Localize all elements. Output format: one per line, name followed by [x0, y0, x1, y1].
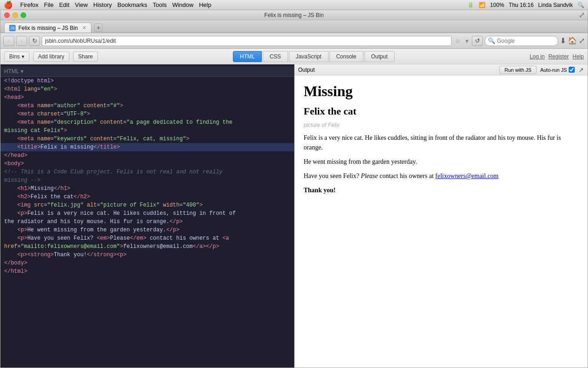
output-h2: Felix the cat	[304, 105, 578, 117]
wifi-icon: 📶	[479, 2, 486, 8]
code-editor[interactable]: HTML ▾ <!doctype html> <html lang="en"> …	[0, 64, 294, 368]
code-line: <img src="felix.jpg" alt="picture of Fel…	[0, 201, 294, 209]
output-p2: He went missing from the garden yesterda…	[304, 157, 578, 167]
fullscreen-icon[interactable]: ⤢	[579, 36, 585, 45]
jsbin-toolbar: Bins ▾ Add library Share HTML CSS JavaSc…	[0, 49, 588, 64]
expand-output-btn[interactable]: ↗	[578, 66, 584, 74]
register-btn[interactable]: Register	[548, 53, 569, 60]
editor-section-header: HTML ▾	[0, 66, 294, 77]
menu-window[interactable]: Window	[172, 1, 193, 8]
code-line: missing -->	[0, 176, 294, 184]
output-img-placeholder: picture of Felix	[304, 121, 578, 129]
help-btn[interactable]: Help	[572, 53, 584, 60]
apple-menu-icon[interactable]: 🍎	[4, 0, 13, 9]
add-library-btn[interactable]: Add library	[33, 52, 69, 62]
run-with-js-btn[interactable]: Run with JS	[499, 66, 537, 74]
tab-html[interactable]: HTML	[233, 51, 262, 62]
code-line: <meta name="keywords" content="Felix, ca…	[0, 135, 294, 143]
code-line: the radiator and his toy mouse. His fur …	[0, 218, 294, 226]
code-line: <!-- This is a Code Club project. Felix …	[0, 168, 294, 176]
zoom-level: 100%	[490, 2, 504, 8]
browser-tab-bar: JS Felix is missing – JS Bin ✕ +	[0, 20, 588, 33]
output-panel: Output Run with JS Auto-run JS ↗ Missing…	[294, 64, 588, 368]
output-h1: Missing	[304, 83, 578, 100]
output-p4: Thank you!	[304, 185, 578, 195]
bookmark-down-icon[interactable]: ▾	[464, 37, 470, 45]
output-header: Output Run with JS Auto-run JS ↗	[294, 64, 588, 75]
tab-label: Felix is missing – JS Bin	[18, 25, 78, 31]
tab-close-btn[interactable]: ✕	[82, 25, 86, 31]
code-line: <p>He went missing from the garden yeste…	[0, 226, 294, 234]
code-line: <p>Have you seen Felix? <em>Please</em> …	[0, 234, 294, 242]
spotlight-icon[interactable]: 🔍	[577, 2, 584, 8]
autorun-label[interactable]: Auto-run JS	[540, 67, 575, 73]
p3-mid-text: contact his owners at	[379, 172, 434, 179]
login-btn[interactable]: Log in	[530, 53, 545, 60]
bookmark-star-icon[interactable]: ☆	[453, 37, 462, 45]
tab-javascript[interactable]: JavaScript	[289, 51, 328, 62]
resize-icon[interactable]: ⤢	[579, 11, 585, 19]
maximize-window-btn[interactable]	[21, 12, 26, 18]
menu-file[interactable]: File	[44, 1, 54, 8]
browser-title-bar: Felix is missing – JS Bin ⤢	[0, 10, 588, 20]
menu-edit[interactable]: Edit	[59, 1, 69, 8]
download-icon[interactable]: ⬇	[560, 36, 566, 45]
code-line: <p>Felix is a very nice cat. He likes cu…	[0, 209, 294, 218]
os-menubar: 🍎 Firefox File Edit View History Bookmar…	[0, 0, 588, 10]
editor-title: HTML ▾	[4, 67, 23, 75]
output-email-link[interactable]: felixowners@email.com	[435, 172, 499, 179]
username: Linda Sandvik	[538, 2, 573, 8]
p3-before: Have you seen Felix?	[304, 172, 359, 179]
forward-btn[interactable]: ›	[16, 36, 27, 46]
code-line: <meta charset="UTF-8">	[0, 110, 294, 118]
refresh-btn[interactable]: ↺	[472, 36, 483, 46]
main-area: HTML ▾ <!doctype html> <html lang="en"> …	[0, 64, 588, 368]
bins-dropdown-btn[interactable]: Bins ▾	[4, 52, 29, 62]
menu-view[interactable]: View	[75, 1, 88, 8]
output-p1: Felix is a very nice cat. He likes cuddl…	[304, 133, 578, 152]
navigation-bar: ‹ › ↻ ☆ ▾ ↺ 🔍 ⬇ 🏠 ⤢	[0, 33, 588, 49]
browser-tab[interactable]: JS Felix is missing – JS Bin ✕	[4, 23, 91, 33]
tab-console[interactable]: Console	[329, 51, 363, 62]
url-bar[interactable]	[42, 36, 452, 46]
output-title: Output	[298, 67, 315, 73]
browser-window: Felix is missing – JS Bin ⤢ JS Felix is …	[0, 10, 588, 368]
code-line: </head>	[0, 151, 294, 160]
autorun-checkbox[interactable]	[569, 67, 575, 73]
window-title: Felix is missing – JS Bin	[264, 12, 323, 18]
code-line: <p><strong>Thank you!</strong><p>	[0, 251, 294, 259]
tab-css[interactable]: CSS	[263, 51, 288, 62]
output-p3: Have you seen Felix? Please contact his …	[304, 171, 578, 181]
reload-btn[interactable]: ↻	[29, 36, 40, 46]
tab-favicon: JS	[9, 25, 16, 31]
code-line: <head>	[0, 93, 294, 102]
datetime: Thu 16:16	[509, 2, 534, 8]
code-line: missing cat Felix">	[0, 126, 294, 135]
tab-output[interactable]: Output	[364, 51, 395, 62]
google-search-input[interactable]	[497, 38, 552, 44]
close-window-btn[interactable]	[4, 12, 10, 18]
menu-tools[interactable]: Tools	[153, 1, 167, 8]
new-tab-btn[interactable]: +	[94, 23, 102, 32]
code-line: <meta name="author" content="#">	[0, 102, 294, 110]
code-line: <body>	[0, 160, 294, 168]
menu-firefox[interactable]: Firefox	[20, 1, 39, 8]
menu-bookmarks[interactable]: Bookmarks	[118, 1, 147, 8]
code-line: <h2>Felix the cat</h2>	[0, 193, 294, 201]
minimize-window-btn[interactable]	[12, 12, 18, 18]
output-content: Missing Felix the cat picture of Felix F…	[294, 75, 588, 368]
code-line: </html>	[0, 267, 294, 276]
p3-em: Please	[361, 172, 378, 179]
code-line: <meta name="description" content="a page…	[0, 118, 294, 126]
code-line: <html lang="en">	[0, 85, 294, 93]
output-thank-you: Thank you!	[304, 187, 336, 194]
code-line: </body>	[0, 259, 294, 267]
menu-history[interactable]: History	[93, 1, 112, 8]
share-btn[interactable]: Share	[73, 52, 98, 62]
code-line: href="mailto:felixowners@email.com">feli…	[0, 242, 294, 251]
autorun-text: Auto-run JS	[540, 67, 567, 73]
back-btn[interactable]: ‹	[3, 36, 14, 46]
menu-help[interactable]: Help	[199, 1, 211, 8]
home-icon[interactable]: 🏠	[568, 36, 577, 45]
code-line-highlighted: <title>Felix is missing</title>	[0, 143, 294, 151]
